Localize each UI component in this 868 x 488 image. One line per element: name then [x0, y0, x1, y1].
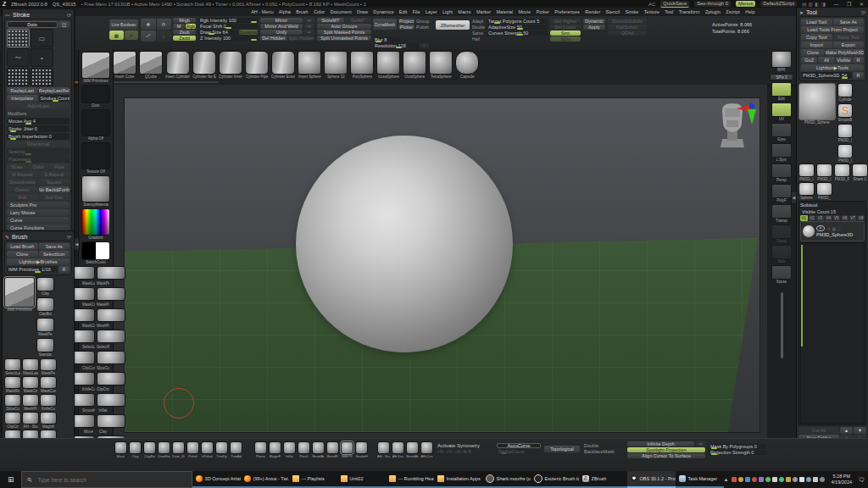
shelf-dynamic-button[interactable]: Dynamic	[239, 30, 258, 35]
tray-icon-2[interactable]	[745, 477, 750, 482]
shelf-del-lower-button[interactable]: Del Lower	[550, 25, 581, 30]
pm3d-i-tile[interactable]: PM3D_I	[837, 124, 853, 142]
menu-stencil[interactable]: Stencil	[603, 9, 622, 14]
imm-pr-tile[interactable]: IMM Pr	[341, 441, 353, 458]
stroke-type-dots[interactable]	[7, 29, 30, 47]
maskpe-tile[interactable]: MaskPe	[40, 358, 57, 375]
notification-icon[interactable]: 🗨︎	[859, 477, 865, 483]
shelf-zsub-button[interactable]: Zsub	[173, 30, 196, 35]
tool-cylinder-inner[interactable]: Cylinder Inner	[219, 51, 242, 79]
brush-lightbox-brushes-button[interactable]: Lightbox▶Brushes	[7, 258, 70, 265]
shelf-del-higher-button[interactable]: Del Higher	[550, 19, 581, 24]
menu-document[interactable]: Document	[327, 9, 353, 14]
ah-stu-tile[interactable]: AH - Stu	[377, 441, 390, 458]
rightshelf-spix-3[interactable]: SPix 3	[770, 74, 793, 80]
tool-cylinder-no-e[interactable]: Cylinder No E	[192, 51, 216, 79]
snakeh-tile[interactable]: SnakeH	[355, 441, 368, 458]
symmetry-y[interactable]: >Y<	[446, 450, 453, 454]
damsta-tile[interactable]: DamSta	[158, 441, 170, 458]
alpha-off-tile[interactable]: Alpha Off	[81, 109, 110, 141]
planar-tile[interactable]: Planar	[254, 441, 267, 458]
axis-orientation-gizmo[interactable]	[737, 100, 760, 134]
shelf-split-masked-points-button[interactable]: Split Masked Points	[317, 30, 371, 35]
tool-capsule[interactable]: Capsule	[455, 51, 479, 79]
rotate-icon[interactable]: ⟳	[157, 19, 172, 30]
stroke-directional-button[interactable]: Directional	[7, 141, 70, 147]
masklas-tile[interactable]: MaskLas	[22, 358, 39, 375]
menu-material[interactable]: Material	[493, 9, 515, 14]
subtool-item[interactable]: ✎ ▦ ↔ PM3D_Sphere3D	[800, 221, 865, 241]
shelf-item-button[interactable]: ▪▾	[303, 18, 314, 23]
menu-macro[interactable]: Macro	[455, 9, 474, 14]
stroke-type-r-button[interactable]: ◳	[58, 21, 70, 28]
menus-toggle[interactable]: Menus	[736, 1, 755, 7]
bevelar-tile[interactable]: BevelAr	[406, 441, 419, 458]
pm3d-f-tile[interactable]: PM3D_F	[834, 164, 850, 181]
imm-primitives-tile[interactable]: IMM Primitives	[81, 52, 110, 83]
menu-texture[interactable]: Texture	[642, 9, 662, 14]
subtool-item-button[interactable]: ▲	[840, 427, 853, 434]
menu-movie[interactable]: Movie	[515, 9, 533, 14]
ah-cus-tile[interactable]: AH-Cus	[420, 441, 433, 458]
menu-tool[interactable]: Tool	[662, 9, 676, 14]
taskbar-app-playlists[interactable]: --- Playlists	[289, 471, 337, 488]
tool-insert-cylinder[interactable]: Insert Cylinder	[165, 51, 190, 79]
rightshelf-uv[interactable]: UV	[771, 103, 792, 121]
clipcir-tile[interactable]: ClipCir	[4, 412, 21, 429]
shelf-item-button[interactable]: ▪▾	[303, 24, 314, 29]
shelf-target-polygons-count-5-slider[interactable]: Target Polygons Count 5	[487, 19, 548, 24]
stroke-type-colorsp[interactable]	[31, 68, 53, 86]
boolean-preview-icon[interactable]: ▦	[109, 30, 124, 40]
stroke-type-dragdot[interactable]: •	[31, 48, 53, 67]
stroke-no-back-forth-button[interactable]: No Back&Forth	[39, 186, 70, 193]
dam-st-tile[interactable]: Dam_St	[172, 441, 185, 458]
quicksave-button[interactable]: QuickSave	[660, 1, 689, 8]
shelf-zadd-button[interactable]: Zadd	[173, 36, 196, 41]
slicecu-tile[interactable]: SliceCu	[4, 394, 21, 411]
visibility-eye-icon[interactable]	[816, 225, 825, 231]
menu-stroke[interactable]: Stroke	[622, 9, 641, 14]
stroke-color-button[interactable]: Color	[28, 164, 48, 170]
bottom-accucurve-button[interactable]: AccuCurve	[497, 443, 541, 448]
stroke-placement-slider[interactable]: Placement	[7, 156, 70, 163]
tool-insert-cube[interactable]: Insert Cube	[113, 51, 136, 79]
brush-load-brush-button[interactable]: Load Brush	[7, 243, 38, 250]
tray-icon-3[interactable]	[752, 477, 757, 482]
brush-imm-primitives-1-16-slider[interactable]: IMM Primitives, 1/16	[7, 266, 58, 273]
stroke-strokes-count-slider[interactable]: Strokes Count	[39, 95, 70, 102]
tray-icon-6[interactable]	[772, 477, 777, 482]
pm3d-tile[interactable]: PM3D_	[816, 182, 832, 200]
shelf-rgb-button[interactable]: Rgb	[186, 24, 196, 29]
menu-dynamics[interactable]: Dynamics	[370, 9, 397, 14]
clipcirc-thumb[interactable]	[97, 372, 125, 385]
tray-icon-0[interactable]	[732, 477, 737, 482]
minimize-button[interactable]: —	[832, 2, 840, 7]
meshpr-thumb[interactable]	[97, 308, 125, 322]
stroke-sculptris-pro-button[interactable]: Sculptris Pro	[7, 202, 70, 208]
live-boolean-button[interactable]: Live Boolean	[109, 19, 138, 30]
startupmateria-tile[interactable]: StartupMateria	[81, 175, 110, 207]
tool-save-as-button[interactable]: Save As	[833, 19, 865, 25]
default-zscript-button[interactable]: DefaultZScript	[760, 1, 797, 7]
zr-mode-half[interactable]: Half	[471, 36, 485, 42]
bevelfl-tile[interactable]: BevelFl	[326, 441, 339, 458]
menu-zscript[interactable]: Zscript	[723, 9, 743, 14]
maskre-tile[interactable]: MaskRe	[4, 376, 21, 393]
stroke-flow-button[interactable]: Flow	[49, 164, 70, 170]
search-input[interactable]	[36, 476, 186, 484]
menu-marker[interactable]: Marker	[474, 9, 494, 14]
visible-count-slider[interactable]: Visible Count 15	[800, 208, 865, 214]
brush-selecticon-button[interactable]: SelectIcon	[39, 251, 70, 258]
bottom-infinite-depth-button[interactable]: Infinite Depth	[627, 441, 694, 446]
stroke-m-repeat-button[interactable]: M Repeat	[7, 171, 38, 178]
toolrow-scroll-track[interactable]	[96, 81, 219, 83]
stroke-adjustlast-button[interactable]: AdjustLast	[7, 103, 70, 109]
tool-cylinder-exter[interactable]: Cylinder Exter	[271, 51, 295, 79]
magnif-tile[interactable]: MagniF	[269, 441, 281, 458]
zremesher-button[interactable]: ZRemesher	[436, 20, 470, 30]
taskbar-app-obs-30-1-2-profi[interactable]: OBS 30.1.2 - Profi...	[627, 471, 676, 488]
stroke-spacing-slider[interactable]: Spacing	[7, 148, 70, 155]
menu-transform[interactable]: Transform	[676, 9, 702, 14]
menu-ah-menu[interactable]: AH - Menu	[248, 9, 276, 14]
taskbar-app-zbrush[interactable]: ZZBrush	[579, 471, 627, 488]
